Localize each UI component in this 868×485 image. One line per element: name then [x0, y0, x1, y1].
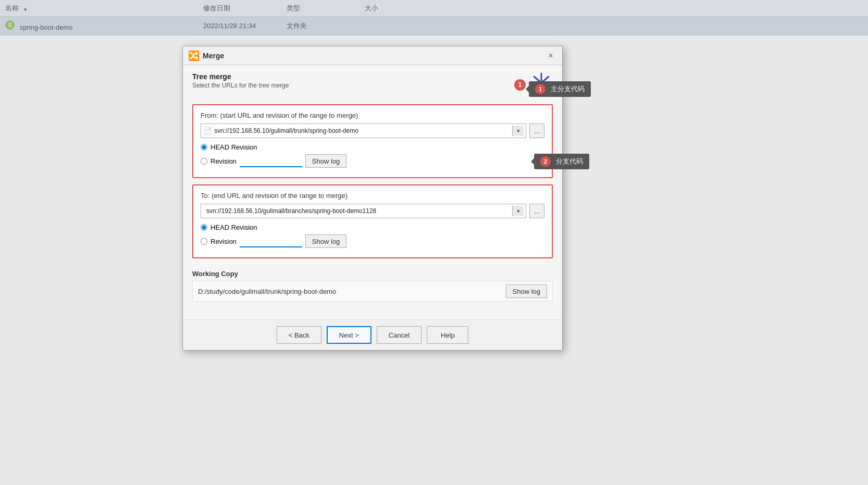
from-head-label: HEAD Revision [210, 143, 257, 151]
from-revision-row: Revision Show log [201, 154, 544, 168]
badge-1-circle: 1 [514, 79, 526, 91]
working-copy-path: D:/study/code/gulimall/trunk/spring-boot… [198, 288, 336, 295]
svg-line-3 [534, 77, 541, 83]
merge-branch-icon [530, 72, 553, 97]
working-copy-show-log-button[interactable]: Show log [506, 284, 547, 298]
from-revision-label: Revision [210, 157, 237, 165]
to-revision-label: Revision [210, 238, 237, 245]
from-revision-radio[interactable] [201, 158, 207, 165]
merge-dialog: 🔀 Merge × Tree merge Select the URLs for… [182, 46, 563, 351]
working-copy-label: Working Copy [192, 270, 553, 278]
to-show-log-button[interactable]: Show log [305, 234, 346, 248]
to-revision-row: Revision Show log [201, 234, 544, 248]
to-url-wrapper[interactable]: ▾ [201, 204, 526, 218]
to-url-row: ▾ ... [201, 204, 544, 218]
to-dropdown-button[interactable]: ▾ [512, 206, 524, 216]
svn-icon: 🔀 [188, 50, 200, 61]
to-revision-radio[interactable] [201, 238, 207, 245]
to-url-input[interactable] [203, 207, 512, 215]
to-head-revision-row: HEAD Revision [201, 223, 544, 231]
dialog-titlebar: 🔀 Merge × [183, 46, 562, 65]
to-browse-button[interactable]: ... [529, 204, 544, 218]
dialog-title: Merge [203, 52, 224, 60]
svg-marker-6 [539, 90, 543, 94]
from-url-input[interactable] [214, 127, 512, 134]
to-section: To: (end URL and revision of the range t… [192, 184, 553, 258]
from-url-row: 📄 ▾ ... [201, 123, 544, 138]
from-url-wrapper[interactable]: 📄 ▾ [201, 123, 526, 138]
subtitle-title: Tree merge [192, 72, 289, 81]
from-browse-button[interactable]: ... [529, 123, 544, 138]
from-head-revision-row: HEAD Revision [201, 143, 544, 151]
dialog-content: Tree merge Select the URLs for the tree … [183, 65, 562, 319]
working-copy-row: D:/study/code/gulimall/trunk/spring-boot… [192, 281, 553, 302]
badge-1-label: 1 [514, 79, 526, 91]
to-head-radio[interactable] [201, 224, 207, 231]
subtitle-text: Tree merge Select the URLs for the tree … [192, 72, 289, 89]
from-file-icon: 📄 [203, 127, 212, 135]
subtitle-desc: Select the URLs for the tree merge [192, 82, 289, 89]
back-button[interactable]: < Back [277, 326, 321, 344]
dialog-title-left: 🔀 Merge [188, 50, 224, 61]
svg-line-4 [541, 77, 549, 83]
next-button[interactable]: Next > [327, 326, 371, 344]
close-button[interactable]: × [544, 49, 557, 62]
from-dropdown-button[interactable]: ▾ [512, 126, 524, 136]
subtitle-right: 1 [514, 72, 553, 97]
from-section: From: (start URL and revision of the ran… [192, 104, 553, 178]
help-button[interactable]: Help [427, 326, 468, 344]
from-label: From: (start URL and revision of the ran… [201, 111, 544, 119]
cancel-button[interactable]: Cancel [377, 326, 421, 344]
from-head-radio[interactable] [201, 144, 207, 151]
dialog-footer: < Back Next > Cancel Help [183, 319, 562, 350]
from-show-log-button[interactable]: Show log [305, 154, 346, 168]
dialog-subtitle: Tree merge Select the URLs for the tree … [192, 72, 553, 97]
from-revision-input[interactable] [240, 155, 302, 167]
to-head-label: HEAD Revision [210, 223, 257, 231]
to-label: To: (end URL and revision of the range t… [201, 192, 544, 200]
working-copy-section: Working Copy D:/study/code/gulimall/trun… [192, 265, 553, 307]
to-revision-input[interactable] [240, 235, 302, 247]
